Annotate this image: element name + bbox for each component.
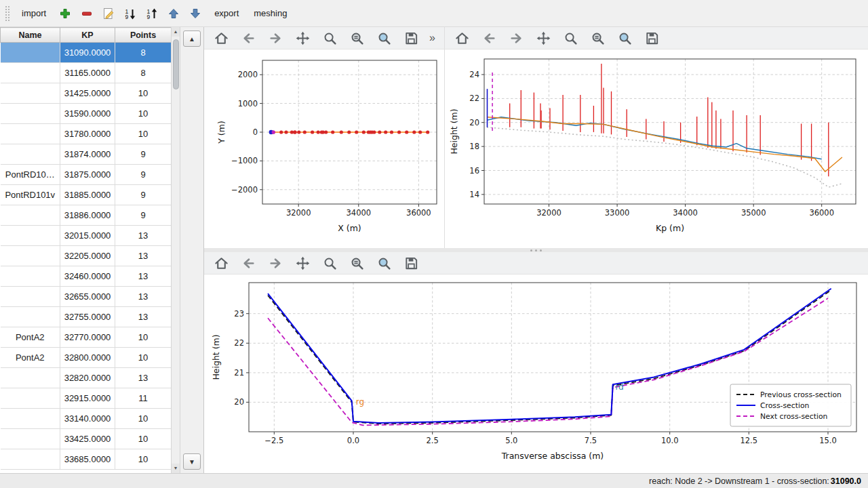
name-cell[interactable] — [1, 226, 60, 246]
toolbar-overflow-button[interactable]: » — [427, 32, 438, 44]
back-icon[interactable] — [477, 28, 500, 48]
kp-cell[interactable]: 32770.0000 — [60, 327, 115, 348]
kp-cell[interactable]: 31874.0000 — [60, 144, 115, 165]
points-cell[interactable]: 8 — [115, 43, 172, 63]
save-icon[interactable] — [399, 253, 422, 273]
kp-cell[interactable]: 31090.0000 — [60, 43, 115, 63]
name-cell[interactable]: PontRD10… — [1, 165, 60, 185]
table-row[interactable]: 32655.000013 — [1, 287, 172, 307]
configure-icon[interactable] — [345, 28, 368, 48]
name-cell[interactable] — [1, 307, 60, 327]
column-header-name[interactable]: Name — [1, 28, 60, 43]
customize-icon[interactable] — [372, 253, 395, 273]
kp-cell[interactable]: 32820.0000 — [60, 368, 115, 388]
forward-icon[interactable] — [264, 28, 287, 48]
kp-cell[interactable]: 33425.0000 — [60, 429, 115, 449]
points-cell[interactable]: 13 — [115, 287, 172, 307]
points-cell[interactable]: 13 — [115, 246, 172, 266]
table-row[interactable]: PontA232800.000010 — [1, 348, 172, 368]
save-icon[interactable] — [640, 28, 663, 48]
forward-icon[interactable] — [505, 28, 528, 48]
points-cell[interactable]: 10 — [115, 429, 172, 449]
points-cell[interactable]: 13 — [115, 226, 172, 246]
pan-icon[interactable] — [291, 253, 314, 273]
cross-section-chart[interactable]: −2.50.02.55.07.510.012.515.020212223Tran… — [204, 274, 868, 473]
kp-cell[interactable]: 31885.0000 — [60, 185, 115, 205]
table-row[interactable]: 31874.00009 — [1, 144, 172, 165]
customize-icon[interactable] — [372, 28, 395, 48]
toolbar-grip[interactable] — [5, 6, 9, 21]
name-cell[interactable] — [1, 83, 60, 104]
edit-icon[interactable] — [99, 4, 118, 23]
table-row[interactable]: 31780.000010 — [1, 124, 172, 144]
kp-cell[interactable]: 31425.0000 — [60, 83, 115, 104]
plan-view-chart[interactable]: 320003400036000−2000−1000010002000X (m)Y… — [204, 49, 444, 248]
name-cell[interactable] — [1, 388, 60, 409]
menu-import[interactable]: import — [16, 5, 52, 21]
table-row[interactable]: 33140.000010 — [1, 409, 172, 429]
kp-cell[interactable]: 33140.0000 — [60, 409, 115, 429]
zoom-icon[interactable] — [318, 253, 341, 273]
table-row[interactable]: 31165.00008 — [1, 63, 172, 83]
table-row[interactable]: 32755.000013 — [1, 307, 172, 327]
column-header-kp[interactable]: KP — [60, 28, 115, 43]
points-cell[interactable]: 9 — [115, 185, 172, 205]
table-row[interactable]: PontRD101v31885.00009 — [1, 185, 172, 205]
name-cell[interactable] — [1, 63, 60, 83]
scroll-down-arrow[interactable]: ▼ — [172, 464, 180, 473]
name-cell[interactable] — [1, 368, 60, 388]
table-row[interactable]: 32915.000011 — [1, 388, 172, 409]
menu-meshing[interactable]: meshing — [248, 5, 292, 21]
menu-export[interactable]: export — [209, 5, 244, 21]
points-cell[interactable]: 10 — [115, 348, 172, 368]
points-cell[interactable]: 10 — [115, 83, 172, 104]
kp-cell[interactable]: 32915.0000 — [60, 388, 115, 409]
kp-cell[interactable]: 32755.0000 — [60, 307, 115, 327]
name-cell[interactable]: PontA2 — [1, 327, 60, 348]
move-down-icon[interactable] — [186, 4, 205, 23]
add-icon[interactable] — [56, 4, 75, 23]
pan-icon[interactable] — [291, 28, 314, 48]
forward-icon[interactable] — [264, 253, 287, 273]
points-cell[interactable]: 13 — [115, 266, 172, 287]
points-cell[interactable]: 13 — [115, 307, 172, 327]
points-cell[interactable]: 10 — [115, 327, 172, 348]
name-cell[interactable] — [1, 266, 60, 287]
points-cell[interactable]: 10 — [115, 104, 172, 124]
remove-icon[interactable] — [77, 4, 96, 23]
points-cell[interactable]: 10 — [115, 409, 172, 429]
home-icon[interactable] — [450, 28, 473, 48]
table-row[interactable]: 32820.000013 — [1, 368, 172, 388]
name-cell[interactable] — [1, 429, 60, 449]
sort-down-icon[interactable]: 19 — [121, 4, 140, 23]
name-cell[interactable] — [1, 287, 60, 307]
points-cell[interactable]: 9 — [115, 205, 172, 226]
move-section-down-button[interactable]: ▼ — [183, 453, 201, 470]
points-cell[interactable]: 8 — [115, 63, 172, 83]
table-row[interactable]: 32205.000013 — [1, 246, 172, 266]
points-cell[interactable]: 10 — [115, 124, 172, 144]
kp-cell[interactable]: 32655.0000 — [60, 287, 115, 307]
kp-cell[interactable]: 31886.0000 — [60, 205, 115, 226]
home-icon[interactable] — [210, 253, 233, 273]
name-cell[interactable] — [1, 409, 60, 429]
points-cell[interactable]: 9 — [115, 165, 172, 185]
kp-cell[interactable]: 31590.0000 — [60, 104, 115, 124]
table-row[interactable]: 33425.000010 — [1, 429, 172, 449]
kp-cell[interactable]: 32205.0000 — [60, 246, 115, 266]
pan-icon[interactable] — [532, 28, 555, 48]
points-cell[interactable]: 9 — [115, 144, 172, 165]
column-header-points[interactable]: Points — [115, 28, 172, 43]
name-cell[interactable] — [1, 104, 60, 124]
name-cell[interactable] — [1, 124, 60, 144]
back-icon[interactable] — [237, 253, 260, 273]
zoom-icon[interactable] — [318, 28, 341, 48]
scroll-up-arrow[interactable]: ▲ — [172, 27, 180, 37]
configure-icon[interactable] — [345, 253, 368, 273]
move-section-up-button[interactable]: ▲ — [183, 30, 201, 47]
name-cell[interactable]: PontRD101v — [1, 185, 60, 205]
table-row[interactable]: PontA232770.000010 — [1, 327, 172, 348]
kp-cell[interactable]: 32800.0000 — [60, 348, 115, 368]
table-row[interactable]: PontRD10…31875.00009 — [1, 165, 172, 185]
table-row[interactable]: 31425.000010 — [1, 83, 172, 104]
